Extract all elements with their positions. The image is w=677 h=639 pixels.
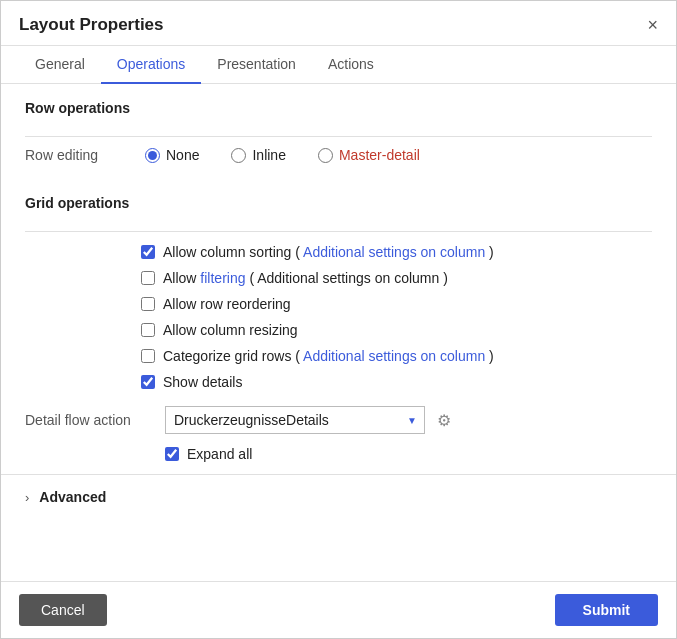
- advanced-title: Advanced: [39, 489, 106, 505]
- tab-presentation[interactable]: Presentation: [201, 46, 312, 84]
- tab-operations[interactable]: Operations: [101, 46, 201, 84]
- expand-all-row: Expand all: [1, 442, 676, 474]
- close-button[interactable]: ×: [647, 16, 658, 34]
- grid-operations-section: Grid operations: [1, 179, 676, 231]
- dialog-footer: Cancel Submit: [1, 581, 676, 638]
- checkbox-allow-row-reordering[interactable]: Allow row reordering: [141, 296, 676, 312]
- radio-inline[interactable]: Inline: [231, 147, 285, 163]
- detail-flow-row: Detail flow action DruckerzeugnisseDetai…: [1, 398, 676, 442]
- checkbox-allow-filtering-label: Allow filtering ( Additional settings on…: [163, 270, 448, 286]
- detail-flow-select-wrap: DruckerzeugnisseDetails ⚙: [165, 406, 451, 434]
- detail-flow-select[interactable]: DruckerzeugnisseDetails: [165, 406, 425, 434]
- checkbox-show-details-label: Show details: [163, 374, 242, 390]
- detail-flow-select-wrapper: DruckerzeugnisseDetails: [165, 406, 425, 434]
- checkbox-expand-all[interactable]: Expand all: [165, 446, 652, 462]
- advanced-section[interactable]: › Advanced: [1, 474, 676, 519]
- checkbox-expand-all-label: Expand all: [187, 446, 252, 462]
- dialog-title: Layout Properties: [19, 15, 164, 35]
- grid-checkboxes-area: Allow column sorting ( Additional settin…: [1, 232, 676, 398]
- submit-button[interactable]: Submit: [555, 594, 658, 626]
- grid-operations-title: Grid operations: [25, 195, 652, 211]
- detail-flow-label: Detail flow action: [25, 412, 165, 428]
- radio-inline-label: Inline: [252, 147, 285, 163]
- checkbox-list: Allow column sorting ( Additional settin…: [1, 244, 676, 398]
- dialog-header: Layout Properties ×: [1, 1, 676, 46]
- checkbox-allow-column-resizing-label: Allow column resizing: [163, 322, 298, 338]
- checkbox-categorize-grid-rows-label: Categorize grid rows ( Additional settin…: [163, 348, 494, 364]
- radio-master-detail[interactable]: Master-detail: [318, 147, 420, 163]
- gear-icon[interactable]: ⚙: [437, 411, 451, 430]
- checkbox-allow-row-reordering-label: Allow row reordering: [163, 296, 291, 312]
- radio-none[interactable]: None: [145, 147, 199, 163]
- tab-bar: General Operations Presentation Actions: [1, 46, 676, 84]
- row-operations-section: Row operations: [1, 84, 676, 136]
- tab-actions[interactable]: Actions: [312, 46, 390, 84]
- row-editing-label: Row editing: [25, 147, 145, 163]
- checkbox-allow-column-sorting-label: Allow column sorting ( Additional settin…: [163, 244, 494, 260]
- row-editing-radio-group: None Inline Master-detail: [145, 147, 420, 163]
- checkbox-categorize-grid-rows[interactable]: Categorize grid rows ( Additional settin…: [141, 348, 676, 364]
- radio-master-detail-label: Master-detail: [339, 147, 420, 163]
- checkbox-show-details[interactable]: Show details: [141, 374, 676, 390]
- checkbox-allow-column-resizing[interactable]: Allow column resizing: [141, 322, 676, 338]
- row-editing-row: Row editing None Inline Master-detail: [1, 137, 676, 179]
- radio-none-label: None: [166, 147, 199, 163]
- chevron-right-icon: ›: [25, 490, 29, 505]
- checkbox-allow-filtering[interactable]: Allow filtering ( Additional settings on…: [141, 270, 676, 286]
- content-area: Row operations Row editing None Inline M…: [1, 84, 676, 581]
- row-operations-title: Row operations: [25, 100, 652, 116]
- checkbox-allow-column-sorting[interactable]: Allow column sorting ( Additional settin…: [141, 244, 676, 260]
- tab-general[interactable]: General: [19, 46, 101, 84]
- layout-properties-dialog: Layout Properties × General Operations P…: [0, 0, 677, 639]
- cancel-button[interactable]: Cancel: [19, 594, 107, 626]
